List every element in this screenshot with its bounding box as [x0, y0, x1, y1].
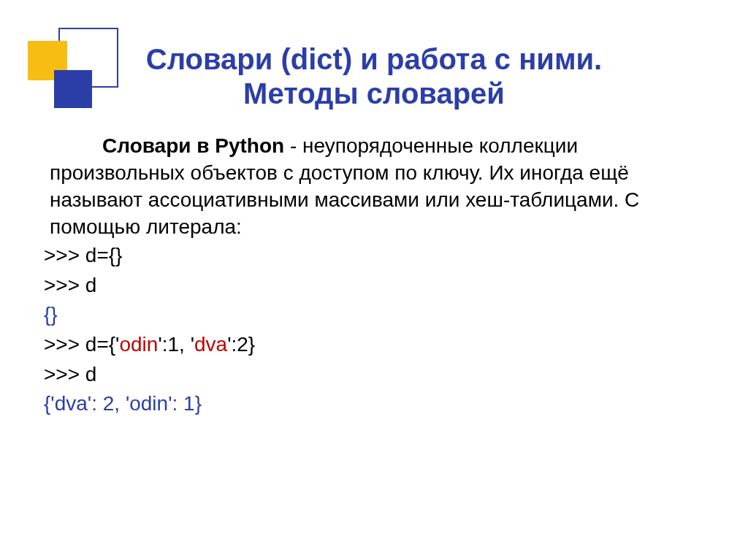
code-line-2: >>> d: [44, 271, 704, 301]
slide-body: Словари в Python - неупорядоченные колле…: [50, 133, 704, 418]
code-line-4: >>> d={'odin':1, 'dva':2}: [44, 330, 704, 360]
code-l4-d: dva: [194, 333, 227, 356]
intro-paragraph: Словари в Python - неупорядоченные колле…: [50, 133, 704, 241]
slide-title: Словари (dict) и работа с ними. Методы с…: [29, 0, 719, 111]
title-line-1: Словари (dict) и работа с ними.: [146, 43, 602, 75]
code-l4-a: >>> d={': [44, 333, 119, 356]
title-line-2: Методы словарей: [243, 77, 505, 110]
code-line-3: {}: [44, 300, 704, 330]
code-l4-c: ':1, ': [158, 333, 194, 356]
code-l4-e: ':2}: [227, 333, 255, 356]
bold-lead: Словари в Python: [102, 134, 284, 157]
code-line-1: >>> d={}: [44, 241, 704, 271]
code-line-6: {'dva': 2, 'odin': 1}: [44, 389, 704, 419]
code-line-5: >>> d: [44, 360, 704, 390]
code-l4-b: odin: [119, 333, 158, 356]
